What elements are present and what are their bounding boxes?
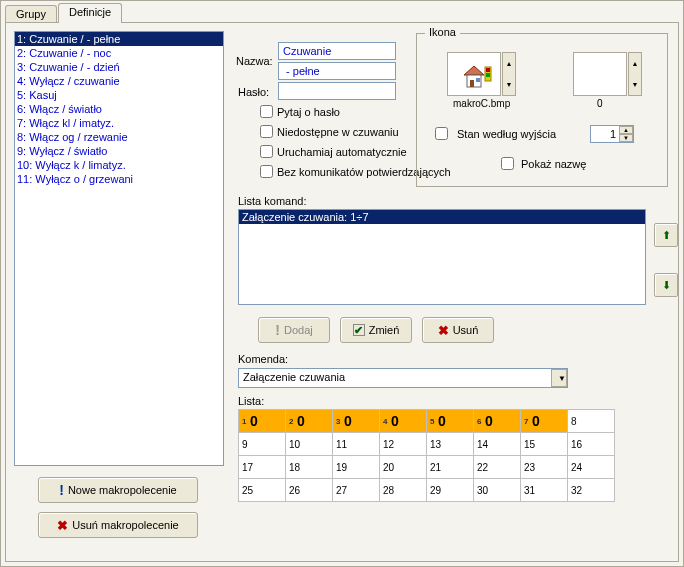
spin-down-button[interactable]: ▼ <box>619 134 633 142</box>
grid-cell[interactable]: 14 <box>474 433 521 456</box>
ikona-right-spinner[interactable]: ▲ ▼ <box>628 52 642 96</box>
move-up-button[interactable]: ⬆ <box>654 223 678 247</box>
grid-cell[interactable]: 50 <box>427 410 474 433</box>
checkbox-label: Niedostępne w czuwaniu <box>277 126 399 138</box>
command-combobox[interactable]: Załączenie czuwania ▼ <box>238 368 568 388</box>
checkbox-label: Pokaż nazwę <box>521 158 586 170</box>
tab-definicje[interactable]: Definicje <box>58 3 122 23</box>
list-item[interactable]: 8: Włącz og / rzewanie <box>15 130 223 144</box>
name-input-line1[interactable] <box>278 42 396 60</box>
spin-up-button[interactable]: ▲ <box>619 126 633 134</box>
delete-macro-button[interactable]: ✖ Usuń makropolecenie <box>38 512 198 538</box>
grid-cell[interactable]: 30 <box>474 479 521 502</box>
action-buttons: ! Dodaj ✔ Zmień ✖ Usuń <box>258 317 494 343</box>
tab-grupy[interactable]: Grupy <box>5 5 57 23</box>
macro-listbox[interactable]: 1: Czuwanie / - pełne 2: Czuwanie / - no… <box>14 31 224 466</box>
list-item[interactable]: 3: Czuwanie / - dzień <box>15 60 223 74</box>
password-input[interactable] <box>278 82 396 100</box>
list-item[interactable]: 10: Wyłącz k / limatyz. <box>15 158 223 172</box>
add-button[interactable]: ! Dodaj <box>258 317 330 343</box>
show-name-checkbox[interactable] <box>501 157 514 170</box>
no-confirm-checkbox[interactable] <box>260 165 273 178</box>
grid-cell[interactable]: 10 <box>239 410 286 433</box>
list-item[interactable]: 1: Czuwanie / - pełne <box>15 32 223 46</box>
show-name-checkbox-row[interactable]: Pokaż nazwę <box>497 154 586 173</box>
grid-cell[interactable]: 13 <box>427 433 474 456</box>
unavailable-armed-checkbox-row[interactable]: Niedostępne w czuwaniu <box>260 125 399 138</box>
grid-cell[interactable]: 12 <box>380 433 427 456</box>
grid-cell[interactable]: 17 <box>239 456 286 479</box>
grid-cell[interactable]: 9 <box>239 433 286 456</box>
svg-rect-3 <box>476 78 480 82</box>
grid-cell[interactable]: 20 <box>286 410 333 433</box>
command-list-item[interactable]: Załączenie czuwania: 1÷7 <box>239 210 645 224</box>
name-input-line2[interactable] <box>278 62 396 80</box>
ask-password-checkbox-row[interactable]: Pytaj o hasło <box>260 105 340 118</box>
ask-password-checkbox[interactable] <box>260 105 273 118</box>
grid-cell[interactable]: 25 <box>239 479 286 502</box>
grid-cell[interactable]: 10 <box>286 433 333 456</box>
grid-cell[interactable]: 26 <box>286 479 333 502</box>
stan-row: Stan według wyjścia ▲ ▼ <box>431 124 634 143</box>
spin-down-button[interactable]: ▼ <box>503 74 515 95</box>
grid-cell[interactable]: 31 <box>521 479 568 502</box>
x-icon: ✖ <box>57 518 68 533</box>
list-item[interactable]: 7: Włącz kl / imatyz. <box>15 116 223 130</box>
move-down-button[interactable]: ⬇ <box>654 273 678 297</box>
ikona-left-spinner[interactable]: ▲ ▼ <box>502 52 516 96</box>
grid-cell[interactable]: 40 <box>380 410 427 433</box>
komenda-label: Komenda: <box>238 353 288 365</box>
stan-label: Stan według wyjścia <box>457 128 556 140</box>
grid-cell[interactable]: 18 <box>286 456 333 479</box>
unavailable-armed-checkbox[interactable] <box>260 125 273 138</box>
stan-value-input[interactable] <box>591 126 619 142</box>
grid-cell[interactable]: 22 <box>474 456 521 479</box>
autorun-checkbox-row[interactable]: Uruchamiaj automatycznie <box>260 145 407 158</box>
grid-cell[interactable]: 15 <box>521 433 568 456</box>
spin-down-button[interactable]: ▼ <box>629 74 641 95</box>
list-item[interactable]: 11: Wyłącz o / grzewani <box>15 172 223 186</box>
grid-row: 9 10 11 12 13 14 15 16 <box>239 433 615 456</box>
grid-cell[interactable]: 8 <box>568 410 615 433</box>
list-item[interactable]: 2: Czuwanie / - noc <box>15 46 223 60</box>
password-label: Hasło: <box>238 86 269 98</box>
autorun-checkbox[interactable] <box>260 145 273 158</box>
ikona-preview-left <box>447 52 501 96</box>
grid-cell[interactable]: 16 <box>568 433 615 456</box>
grid-cell[interactable]: 28 <box>380 479 427 502</box>
house-icon <box>456 59 492 89</box>
name-label: Nazwa: <box>236 55 273 67</box>
grid-cell[interactable]: 24 <box>568 456 615 479</box>
arrow-down-icon: ⬇ <box>662 279 671 292</box>
app-window: Grupy Definicje 1: Czuwanie / - pełne 2:… <box>0 0 684 567</box>
button-label: Usuń <box>453 324 479 336</box>
svg-rect-5 <box>486 68 490 72</box>
grid-cell[interactable]: 20 <box>380 456 427 479</box>
change-button[interactable]: ✔ Zmień <box>340 317 412 343</box>
grid-cell[interactable]: 60 <box>474 410 521 433</box>
spin-up-button[interactable]: ▲ <box>503 53 515 74</box>
command-listbox[interactable]: Załączenie czuwania: 1÷7 <box>238 209 646 305</box>
list-item[interactable]: 9: Wyłącz / światło <box>15 144 223 158</box>
chevron-down-icon[interactable]: ▼ <box>551 369 567 387</box>
combobox-value: Załączenie czuwania <box>239 369 551 387</box>
list-item[interactable]: 5: Kasuj <box>15 88 223 102</box>
list-item[interactable]: 6: Włącz / światło <box>15 102 223 116</box>
grid-cell[interactable]: 29 <box>427 479 474 502</box>
grid-cell[interactable]: 23 <box>521 456 568 479</box>
grid-cell[interactable]: 27 <box>333 479 380 502</box>
stan-spin-input[interactable]: ▲ ▼ <box>590 125 634 143</box>
grid-cell[interactable]: 21 <box>427 456 474 479</box>
grid-cell[interactable]: 19 <box>333 456 380 479</box>
delete-button[interactable]: ✖ Usuń <box>422 317 494 343</box>
list-item[interactable]: 4: Wyłącz / czuwanie <box>15 74 223 88</box>
grid-cell[interactable]: 11 <box>333 433 380 456</box>
spin-up-button[interactable]: ▲ <box>629 53 641 74</box>
zone-grid[interactable]: 10 20 30 40 50 60 70 8 9 10 11 12 13 14 … <box>238 409 615 502</box>
checkbox-label: Uruchamiaj automatycznie <box>277 146 407 158</box>
grid-cell[interactable]: 70 <box>521 410 568 433</box>
grid-cell[interactable]: 32 <box>568 479 615 502</box>
stan-checkbox[interactable] <box>435 127 448 140</box>
new-macro-button[interactable]: ! Nowe makropolecenie <box>38 477 198 503</box>
grid-cell[interactable]: 30 <box>333 410 380 433</box>
